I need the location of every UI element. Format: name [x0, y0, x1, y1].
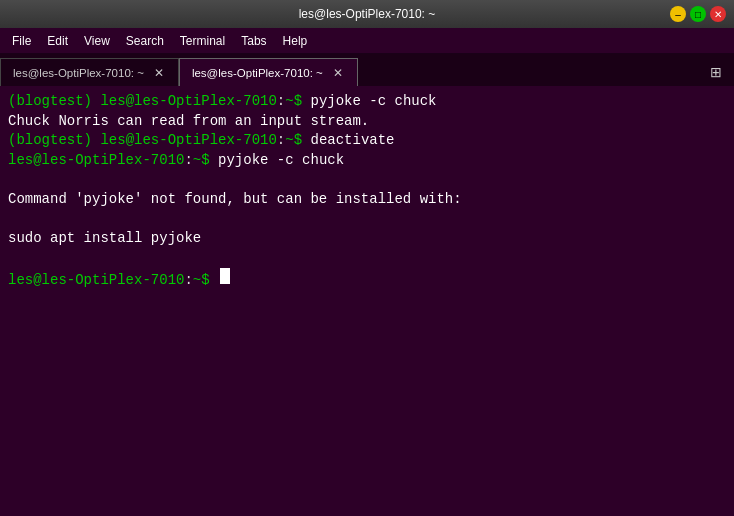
- prompt-colon-2: :: [277, 131, 285, 151]
- prompt-path-3: ~: [193, 151, 201, 171]
- menu-bar: File Edit View Search Terminal Tabs Help: [0, 28, 734, 54]
- terminal-line-10: les@les-OptiPlex-7010:~$: [8, 268, 726, 291]
- error-1: Command 'pyjoke' not found, but can be i…: [8, 190, 462, 210]
- prompt-at-1: les@les-OptiPlex-7010: [100, 92, 276, 112]
- menu-tabs[interactable]: Tabs: [233, 32, 274, 50]
- menu-view[interactable]: View: [76, 32, 118, 50]
- terminal-line-5: [8, 170, 726, 190]
- window-controls: – □ ✕: [670, 6, 726, 22]
- prompt-at-3: les@les-OptiPlex-7010: [8, 151, 184, 171]
- prompt-colon-4: :: [184, 271, 192, 291]
- terminal-line-8: sudo apt install pyjoke: [8, 229, 726, 249]
- terminal-line-2: Chuck Norris can read from an input stre…: [8, 112, 726, 132]
- menu-file[interactable]: File: [4, 32, 39, 50]
- menu-search[interactable]: Search: [118, 32, 172, 50]
- prompt-colon-3: :: [184, 151, 192, 171]
- tab-bar-right: ⊞: [706, 62, 726, 82]
- cmd-2: deactivate: [310, 131, 394, 151]
- prompt-at-4: les@les-OptiPlex-7010: [8, 271, 184, 291]
- output-1: Chuck Norris can read from an input stre…: [8, 112, 369, 132]
- prompt-colon-1: :: [277, 92, 285, 112]
- terminal-line-6: Command 'pyjoke' not found, but can be i…: [8, 190, 726, 210]
- menu-edit[interactable]: Edit: [39, 32, 76, 50]
- menu-help[interactable]: Help: [275, 32, 316, 50]
- prompt-path-4: ~: [193, 271, 201, 291]
- tab-2-close[interactable]: ✕: [331, 67, 345, 79]
- prompt-path-1: ~: [285, 92, 293, 112]
- prompt-at-2: les@les-OptiPlex-7010: [100, 131, 276, 151]
- tab-2[interactable]: les@les-OptiPlex-7010: ~ ✕: [179, 58, 358, 86]
- terminal: (blogtest) les@les-OptiPlex-7010:~$ pyjo…: [0, 86, 734, 516]
- tab-2-label: les@les-OptiPlex-7010: ~: [192, 67, 323, 79]
- cmd-3: pyjoke -c chuck: [218, 151, 344, 171]
- prompt-dollar-2: $: [294, 131, 311, 151]
- maximize-button[interactable]: □: [690, 6, 706, 22]
- terminal-cursor: [220, 268, 230, 284]
- terminal-line-4: les@les-OptiPlex-7010:~$ pyjoke -c chuck: [8, 151, 726, 171]
- window-title: les@les-OptiPlex-7010: ~: [299, 7, 436, 21]
- prompt-dollar-1: $: [294, 92, 311, 112]
- prompt-dollar-4: $: [201, 271, 218, 291]
- terminal-line-9: [8, 249, 726, 269]
- env-1: (blogtest): [8, 92, 100, 112]
- tab-bar: les@les-OptiPlex-7010: ~ ✕ les@les-OptiP…: [0, 54, 734, 86]
- prompt-path-2: ~: [285, 131, 293, 151]
- apt-cmd-text: sudo apt install pyjoke: [8, 229, 201, 249]
- prompt-dollar-3: $: [201, 151, 218, 171]
- tab-1[interactable]: les@les-OptiPlex-7010: ~ ✕: [0, 58, 179, 86]
- terminal-line-7: [8, 210, 726, 230]
- minimize-button[interactable]: –: [670, 6, 686, 22]
- terminal-line-1: (blogtest) les@les-OptiPlex-7010:~$ pyjo…: [8, 92, 726, 112]
- env-2: (blogtest): [8, 131, 100, 151]
- menu-terminal[interactable]: Terminal: [172, 32, 233, 50]
- tab-1-close[interactable]: ✕: [152, 67, 166, 79]
- title-bar: les@les-OptiPlex-7010: ~ – □ ✕: [0, 0, 734, 28]
- terminal-line-3: (blogtest) les@les-OptiPlex-7010:~$ deac…: [8, 131, 726, 151]
- tab-scroll-icon[interactable]: ⊞: [706, 62, 726, 82]
- tab-1-label: les@les-OptiPlex-7010: ~: [13, 67, 144, 79]
- close-button[interactable]: ✕: [710, 6, 726, 22]
- cmd-1: pyjoke -c chuck: [310, 92, 436, 112]
